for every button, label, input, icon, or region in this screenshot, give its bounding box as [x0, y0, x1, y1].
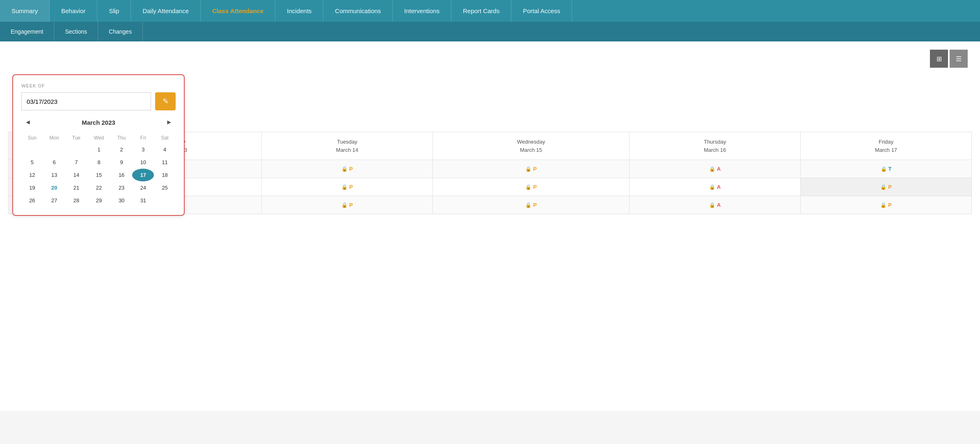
list-view-button[interactable]: ☰: [950, 50, 968, 68]
cal-prev-button[interactable]: ◄: [21, 117, 34, 128]
att-col-header: TuesdayMarch 14: [261, 132, 433, 160]
lock-icon: 🔒: [880, 184, 886, 190]
cal-day-cell[interactable]: 13: [43, 169, 66, 181]
cal-day-cell[interactable]: 4: [154, 143, 176, 156]
tab-interventions[interactable]: Interventions: [393, 0, 451, 22]
tab-engagement[interactable]: Engagement: [0, 22, 54, 41]
tab-changes[interactable]: Changes: [98, 22, 143, 41]
cell-status-container: 🔒A: [638, 184, 792, 190]
tab-communications[interactable]: Communications: [323, 0, 393, 22]
cal-day-header: Sat: [154, 133, 176, 143]
calendar-popup: WEEK OF ✎ ◄ March 2023 ► SunMonTueWedThu…: [12, 74, 185, 216]
edit-icon: ✎: [163, 97, 169, 106]
grid-view-button[interactable]: ⊞: [930, 50, 948, 68]
status-badge: A: [717, 202, 721, 208]
cal-day-cell[interactable]: 12: [21, 169, 43, 181]
cal-month-year: March 2023: [82, 119, 115, 126]
cal-day-cell[interactable]: 16: [111, 169, 133, 181]
att-cell[interactable]: 🔒A: [630, 178, 801, 196]
cal-week-row: 12131415161718: [21, 169, 176, 181]
cal-week-row: 262728293031: [21, 194, 176, 207]
att-cell[interactable]: 🔒P: [433, 196, 629, 214]
att-cell[interactable]: 🔒A: [630, 196, 801, 214]
cal-day-cell[interactable]: 26: [21, 194, 43, 207]
cal-day-cell[interactable]: 31: [132, 194, 154, 207]
tab-summary[interactable]: Summary: [0, 0, 50, 22]
cal-week-row: 567891011: [21, 156, 176, 169]
cal-day-cell: [66, 143, 87, 156]
edit-date-button[interactable]: ✎: [155, 92, 176, 110]
cal-day-cell[interactable]: 27: [43, 194, 66, 207]
cell-status-container: 🔒P: [441, 166, 621, 172]
cal-day-cell[interactable]: 20: [43, 181, 66, 194]
tab-incidents[interactable]: Incidents: [275, 0, 323, 22]
tab-portal-access[interactable]: Portal Access: [511, 0, 572, 22]
grid-icon: ⊞: [936, 55, 942, 63]
cal-day-header: Thu: [111, 133, 133, 143]
lock-icon: 🔒: [880, 202, 886, 208]
main-content: ⊞ ☰ WEEK OF ✎ ◄ March 2023 ► SunMonTueWe…: [0, 41, 980, 411]
att-cell[interactable]: 🔒A: [630, 160, 801, 178]
cal-day-cell[interactable]: 28: [66, 194, 87, 207]
cal-day-cell[interactable]: 30: [111, 194, 133, 207]
att-col-header: FridayMarch 17: [801, 132, 972, 160]
status-badge: P: [533, 166, 537, 172]
att-cell[interactable]: 🔒T: [801, 160, 972, 178]
att-cell[interactable]: 🔒P: [433, 178, 629, 196]
cal-day-cell[interactable]: 9: [111, 156, 133, 169]
cell-status-container: 🔒P: [809, 184, 963, 190]
tab-report-cards[interactable]: Report Cards: [451, 0, 511, 22]
lock-icon: 🔒: [525, 166, 531, 172]
lock-icon: 🔒: [341, 166, 348, 172]
cal-day-cell: [21, 143, 43, 156]
status-badge: P: [349, 184, 353, 190]
att-cell[interactable]: 🔒P: [261, 196, 433, 214]
att-col-header: WednesdayMarch 15: [433, 132, 629, 160]
cal-day-header: Mon: [43, 133, 66, 143]
cal-day-cell[interactable]: 11: [154, 156, 176, 169]
tab-behavior[interactable]: Behavior: [50, 0, 97, 22]
att-cell[interactable]: 🔒P: [801, 178, 972, 196]
cal-next-button[interactable]: ►: [163, 117, 176, 128]
att-cell[interactable]: 🔒P: [261, 178, 433, 196]
tab-class-attendance[interactable]: Class Attendance: [201, 0, 275, 22]
att-cell[interactable]: 🔒P: [801, 196, 972, 214]
cal-day-cell[interactable]: 17: [132, 169, 154, 181]
cal-day-cell: [154, 194, 176, 207]
cell-status-container: 🔒A: [638, 202, 792, 208]
cal-day-cell[interactable]: 15: [87, 169, 110, 181]
status-badge: P: [888, 184, 892, 190]
tab-slip[interactable]: Slip: [97, 0, 131, 22]
tab-sections[interactable]: Sections: [54, 22, 98, 41]
att-col-header: ThursdayMarch 16: [630, 132, 801, 160]
cal-day-cell[interactable]: 18: [154, 169, 176, 181]
lock-icon: 🔒: [341, 184, 348, 190]
cal-day-cell[interactable]: 10: [132, 156, 154, 169]
cal-day-cell[interactable]: 5: [21, 156, 43, 169]
status-badge: A: [717, 166, 721, 172]
date-input[interactable]: [21, 92, 151, 110]
cal-day-cell[interactable]: 25: [154, 181, 176, 194]
cal-day-header: Tue: [66, 133, 87, 143]
week-of-label: WEEK OF: [21, 83, 176, 88]
att-cell[interactable]: 🔒P: [261, 160, 433, 178]
view-toggle-group: ⊞ ☰: [930, 50, 968, 68]
cal-day-cell[interactable]: 22: [87, 181, 110, 194]
cal-day-cell[interactable]: 21: [66, 181, 87, 194]
cal-day-cell[interactable]: 19: [21, 181, 43, 194]
cell-status-container: 🔒P: [441, 184, 621, 190]
lock-icon: 🔒: [709, 166, 715, 172]
tab-daily-attendance[interactable]: Daily Attendance: [131, 0, 201, 22]
cal-day-cell[interactable]: 1: [87, 143, 110, 156]
cal-day-cell[interactable]: 24: [132, 181, 154, 194]
cal-day-cell[interactable]: 3: [132, 143, 154, 156]
att-cell[interactable]: 🔒P: [433, 160, 629, 178]
cal-day-cell[interactable]: 7: [66, 156, 87, 169]
calendar-header: ◄ March 2023 ►: [21, 117, 176, 128]
cal-day-cell[interactable]: 14: [66, 169, 87, 181]
cal-day-cell[interactable]: 8: [87, 156, 110, 169]
cal-day-cell[interactable]: 23: [111, 181, 133, 194]
cal-day-cell[interactable]: 29: [87, 194, 110, 207]
cal-day-cell[interactable]: 6: [43, 156, 66, 169]
cal-day-cell[interactable]: 2: [111, 143, 133, 156]
